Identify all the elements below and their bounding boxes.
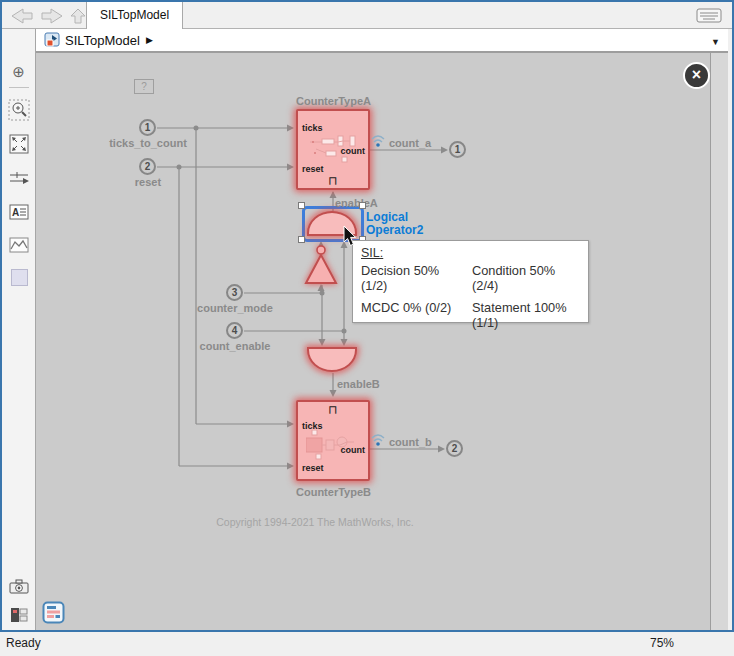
- logical-operator2-label: Logical Operator2: [366, 211, 423, 237]
- selection-handle[interactable]: [298, 202, 305, 209]
- metric-decision: Decision 50% (1/2): [361, 263, 468, 293]
- counter-a-block[interactable]: ticks reset count ⊓: [296, 109, 370, 190]
- counter-b-block[interactable]: ⊓ ticks reset count: [296, 400, 370, 481]
- outport-2[interactable]: 2: [446, 440, 463, 457]
- breadcrumb-caret-icon[interactable]: ▶: [146, 35, 153, 45]
- breadcrumb-model-name[interactable]: SILTopModel: [65, 33, 140, 48]
- counter-a-subsystem-preview: [308, 135, 360, 165]
- palette-sidebar: ⊕ A: [2, 29, 36, 630]
- status-text: Ready: [6, 636, 41, 650]
- palette-separator: [9, 87, 29, 88]
- inport-1-label: ticks_to_count: [86, 137, 210, 149]
- not-gate-block[interactable]: [303, 243, 341, 287]
- counter-b-port-reset: reset: [302, 463, 324, 473]
- counter-a-port-reset: reset: [302, 164, 324, 174]
- coverage-tooltip: SIL: Decision 50% (1/2) Condition 50% (2…: [352, 240, 589, 323]
- counter-b-enable-symbol: ⊓: [298, 403, 368, 417]
- inport-3-label: counter_mode: [175, 302, 295, 314]
- help-placeholder-box[interactable]: ?: [134, 79, 154, 94]
- selection-handle[interactable]: [298, 236, 305, 243]
- keyboard-shortcuts-icon[interactable]: [696, 8, 722, 23]
- enable-b-signal-label: enableB: [337, 378, 387, 390]
- metric-statement: Statement 100% (1/1): [472, 300, 582, 330]
- breadcrumb-bar: SILTopModel ▶ ▼: [36, 29, 728, 52]
- breadcrumb-dropdown-icon[interactable]: ▼: [711, 37, 720, 47]
- selection-handle[interactable]: [359, 202, 366, 209]
- close-icon[interactable]: ×: [683, 62, 710, 89]
- copyright-annotation: Copyright 1994-2021 The MathWorks, Inc.: [205, 516, 425, 528]
- tab-siltopmodel[interactable]: SILTopModel: [86, 2, 183, 29]
- tooltip-title: SIL:: [361, 246, 588, 260]
- model-icon: [44, 32, 61, 48]
- inport-3[interactable]: 3: [226, 284, 243, 301]
- tooltip-metrics: Decision 50% (1/2) Condition 50% (2/4) M…: [361, 263, 582, 330]
- coverage-report-badge[interactable]: [42, 601, 65, 624]
- count-b-signal-label: count_b: [389, 436, 435, 448]
- explorer-glyph: ⊕: [12, 63, 25, 80]
- vertical-scrollbar[interactable]: [710, 52, 728, 630]
- inport-1[interactable]: 1: [139, 119, 156, 136]
- logical-operator2-label-line2: Operator2: [366, 224, 423, 237]
- metric-mcdc: MCDC 0% (0/2): [361, 300, 468, 330]
- back-button[interactable]: [10, 7, 34, 25]
- outport-1[interactable]: 1: [449, 141, 466, 158]
- inport-4[interactable]: 4: [226, 322, 243, 339]
- toolbar: SILTopModel: [2, 2, 732, 29]
- hide-explorer-bar-icon[interactable]: ⊕: [2, 63, 35, 81]
- forward-button[interactable]: [40, 7, 64, 25]
- counter-b-subsystem-preview: [306, 430, 360, 462]
- count-a-signal-label: count_a: [389, 137, 435, 149]
- zoom-level: 75%: [640, 636, 684, 650]
- inport-2-label: reset: [108, 176, 188, 188]
- counter-a-port-ticks: ticks: [302, 123, 323, 133]
- count-a-logging-icon[interactable]: [371, 134, 385, 148]
- inport-4-label: count_enable: [175, 340, 295, 352]
- count-b-logging-icon[interactable]: [371, 433, 385, 447]
- counter-a-enable-symbol: ⊓: [298, 174, 368, 188]
- status-bar: Ready 75%: [0, 632, 734, 656]
- counter-a-title: CounterTypeA: [296, 95, 370, 107]
- inport-2[interactable]: 2: [139, 158, 156, 175]
- counter-b-title: CounterTypeB: [296, 486, 370, 498]
- svg-text:A: A: [12, 207, 19, 218]
- area-tool-icon[interactable]: [11, 269, 28, 286]
- mouse-cursor: [343, 226, 358, 248]
- metric-condition: Condition 50% (2/4): [472, 263, 582, 293]
